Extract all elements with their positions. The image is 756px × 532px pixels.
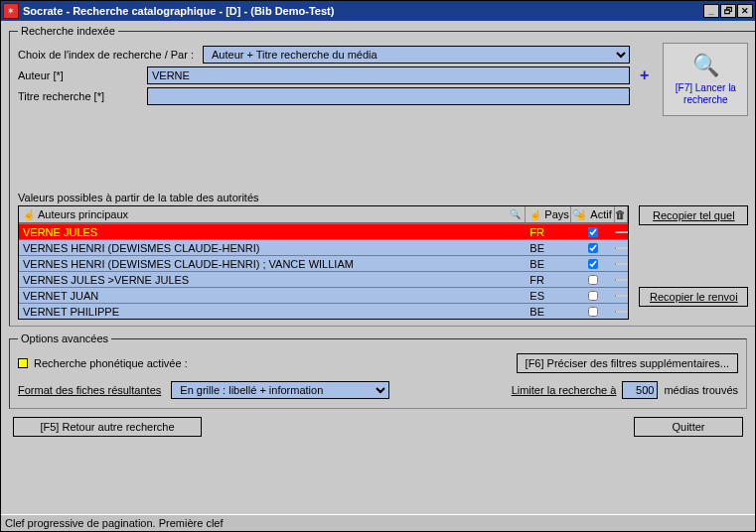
table-row[interactable]: VERNET JUANES [19, 287, 628, 303]
copy-asis-button[interactable]: Recopier tel quel [639, 205, 748, 225]
cell-extra [615, 263, 628, 265]
cell-author: VERNES JULES >VERNE JULES [19, 273, 526, 287]
col-actif[interactable]: ☝Actif [571, 206, 615, 222]
table-row[interactable]: VERNE JULESFR [19, 223, 628, 239]
authorities-caption: Valeurs possibles à partir de la table d… [18, 192, 748, 203]
phonetic-label: Recherche phonétique activée : [34, 357, 188, 369]
quit-button[interactable]: Quitter [634, 417, 743, 437]
advanced-legend: Options avancées [18, 332, 111, 344]
format-label: Format des fiches résultantes [18, 384, 161, 396]
copy-renvoi-button[interactable]: Recopier le renvoi [639, 287, 748, 307]
cell-pays: FR [526, 273, 571, 287]
cell-pays: BE [526, 241, 571, 255]
status-bar: Clef progressive de pagination. Première… [1, 514, 755, 531]
cell-author: VERNES HENRI (DEWISMES CLAUDE-HENRI) ; V… [19, 257, 526, 271]
cell-pays: FR [526, 225, 571, 239]
col-author[interactable]: ☝Auteurs principaux🔍 [19, 206, 526, 222]
table-row[interactable]: VERNES JULES >VERNE JULESFR [19, 271, 628, 287]
cell-extra [615, 231, 628, 233]
actif-checkbox[interactable] [588, 275, 598, 285]
table-row[interactable]: VERNET PHILIPPEBE [19, 303, 628, 319]
actif-checkbox[interactable] [588, 291, 598, 301]
index-label: Choix de l'index de recherche / Par : [18, 49, 197, 61]
actif-checkbox[interactable] [588, 259, 598, 269]
title-input[interactable] [147, 87, 630, 105]
author-input[interactable] [147, 66, 630, 84]
table-body: VERNE JULESFRVERNES HENRI (DEWISMES CLAU… [19, 223, 628, 319]
cell-pays: ES [526, 289, 571, 303]
limit-input[interactable] [622, 381, 658, 399]
title-label: Titre recherche [*] [18, 90, 141, 102]
cell-actif [571, 303, 615, 321]
indexed-search-frame: Recherche indexée Choix de l'index de re… [9, 25, 755, 327]
table-row[interactable]: VERNES HENRI (DEWISMES CLAUDE-HENRI) ; V… [19, 255, 628, 271]
cell-extra [615, 279, 628, 281]
limit-label: Limiter la recherche à [512, 384, 617, 396]
limit-suffix: médias trouvés [664, 384, 738, 396]
launch-search-button[interactable]: 🔍 [F7] Lancer la recherche [663, 43, 748, 116]
cell-author: VERNET PHILIPPE [19, 305, 526, 319]
actif-checkbox[interactable] [588, 227, 598, 237]
close-button[interactable]: ✕ [737, 4, 753, 18]
app-window: ✶ Socrate - Recherche catalographique - … [0, 0, 756, 532]
table-row[interactable]: VERNES HENRI (DEWISMES CLAUDE-HENRI)BE [19, 239, 628, 255]
author-label: Auteur [*] [18, 69, 141, 81]
advanced-options-frame: Options avancées Recherche phonétique ac… [9, 332, 747, 409]
pointer-icon: ☝ [575, 209, 587, 220]
cell-author: VERNE JULES [19, 225, 526, 239]
restore-button[interactable]: 🗗 [720, 4, 736, 18]
sort-icon: 🔍 [510, 209, 521, 219]
col-extra[interactable]: 🗑 [615, 206, 628, 222]
cell-extra [615, 311, 628, 313]
col-pays[interactable]: ☝Pays🔍 [526, 206, 571, 222]
phonetic-checkbox[interactable] [18, 358, 28, 368]
pointer-icon: ☝ [529, 209, 541, 220]
cell-pays: BE [526, 257, 571, 271]
actif-checkbox[interactable] [588, 307, 598, 317]
cell-author: VERNET JUAN [19, 289, 526, 303]
indexed-legend: Recherche indexée [18, 25, 118, 37]
window-title: Socrate - Recherche catalographique - [D… [23, 5, 703, 17]
cell-extra [615, 295, 628, 297]
actif-checkbox[interactable] [588, 243, 598, 253]
cell-author: VERNES HENRI (DEWISMES CLAUDE-HENRI) [19, 241, 526, 255]
minimize-button[interactable]: _ [703, 4, 719, 18]
back-button[interactable]: [F5] Retour autre recherche [13, 417, 202, 437]
magnifier-icon: 🔍 [692, 53, 719, 78]
table-header: ☝Auteurs principaux🔍 ☝Pays🔍 ☝Actif 🗑 [19, 206, 628, 223]
cell-pays: BE [526, 305, 571, 319]
add-author-icon[interactable]: + [636, 66, 653, 84]
filters-button[interactable]: [F6] Préciser des filtres supplémentaire… [517, 353, 738, 373]
index-combo[interactable]: Auteur + Titre recherche du média [203, 46, 630, 64]
app-icon: ✶ [3, 3, 19, 19]
cell-extra [615, 247, 628, 249]
authorities-table: ☝Auteurs principaux🔍 ☝Pays🔍 ☝Actif 🗑 VER… [18, 205, 629, 320]
title-bar: ✶ Socrate - Recherche catalographique - … [1, 1, 755, 21]
format-combo[interactable]: En grille : libellé + information [171, 381, 389, 399]
launch-search-label: [F7] Lancer la recherche [664, 82, 747, 106]
pointer-icon: ☝ [23, 209, 35, 220]
